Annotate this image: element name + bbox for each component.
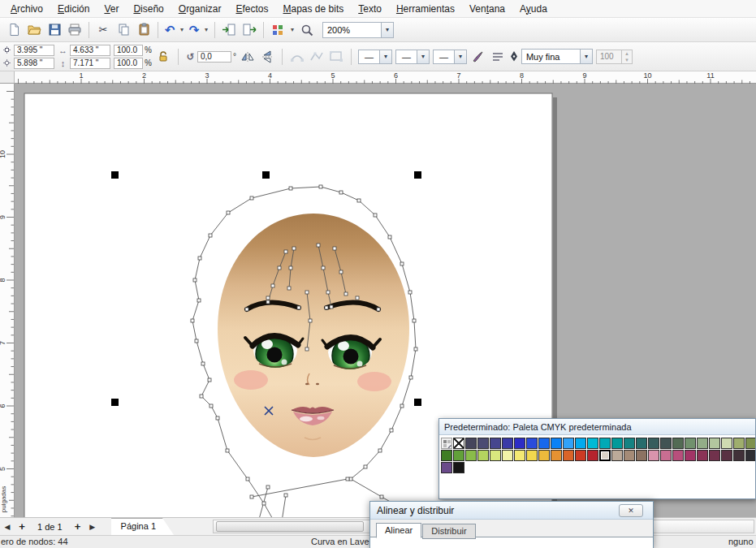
new-document-button[interactable] — [4, 20, 24, 40]
curve-node[interactable] — [333, 247, 336, 250]
redo-button[interactable]: ↷ — [187, 20, 201, 40]
curve-node[interactable] — [289, 187, 292, 190]
flip-horizontal-button[interactable] — [240, 49, 256, 65]
color-swatch[interactable] — [477, 450, 489, 461]
color-swatch[interactable] — [490, 438, 501, 449]
color-swatch[interactable] — [697, 450, 708, 461]
chevron-down-icon[interactable]: ▾ — [454, 50, 466, 63]
curve-node[interactable] — [198, 257, 201, 260]
print-button[interactable] — [65, 20, 84, 40]
selection-handle[interactable] — [262, 171, 270, 179]
menu-mapas-de-bits[interactable]: Mapas de bits — [276, 1, 352, 17]
color-swatch[interactable] — [685, 438, 696, 449]
curve-node[interactable] — [201, 362, 205, 365]
color-swatch[interactable] — [587, 450, 598, 461]
horizontal-ruler[interactable]: 1234567891011 — [15, 71, 756, 84]
curve-node[interactable] — [377, 308, 380, 311]
color-swatch[interactable] — [551, 438, 562, 449]
chevron-down-icon[interactable]: ▾ — [379, 50, 391, 63]
curve-node[interactable] — [278, 266, 281, 270]
menu-ventana[interactable]: Ventana — [462, 1, 512, 17]
color-swatch[interactable] — [636, 438, 647, 449]
curve-node[interactable] — [191, 319, 194, 322]
dialog-close-button[interactable]: ✕ — [619, 504, 643, 517]
tab-alinear[interactable]: Alinear — [376, 523, 421, 538]
flip-vertical-button[interactable] — [259, 49, 275, 65]
scale-x-field[interactable]: 100.0 — [114, 45, 143, 56]
scale-y-field[interactable]: 100.0 — [114, 58, 143, 69]
scrollbar-thumb[interactable] — [216, 521, 364, 532]
open-document-button[interactable] — [24, 20, 44, 40]
color-swatch[interactable] — [745, 450, 755, 461]
palette-title[interactable]: Predeterminado: Paleta CMYK predetermina… — [439, 419, 755, 435]
zoom-level-combo[interactable]: 200% ▾ — [322, 22, 394, 38]
color-swatch[interactable] — [611, 438, 623, 449]
color-swatch[interactable] — [599, 450, 611, 461]
spinner-down-icon[interactable]: ▼ — [622, 57, 632, 63]
curve-node[interactable] — [339, 191, 343, 194]
launcher-dropdown-arrow[interactable]: ▾ — [288, 26, 296, 33]
chevron-down-icon[interactable]: ▾ — [417, 50, 429, 63]
curve-node[interactable] — [378, 449, 382, 452]
selection-handle[interactable] — [414, 399, 421, 406]
curve-node[interactable] — [330, 305, 333, 309]
color-swatch[interactable] — [624, 450, 635, 461]
selection-handle[interactable] — [111, 171, 119, 179]
curve-node[interactable] — [266, 485, 270, 489]
selection-handle[interactable] — [111, 399, 119, 406]
undo-button[interactable]: ↶ — [162, 20, 177, 40]
color-swatch[interactable] — [697, 438, 708, 449]
curve-node[interactable] — [325, 306, 328, 309]
import-button[interactable] — [219, 20, 239, 40]
curve-node[interactable] — [250, 196, 253, 200]
outline-width-combo[interactable]: Muy fina ▾ — [521, 49, 593, 64]
node-edit-button[interactable] — [289, 49, 305, 65]
curve-node[interactable] — [227, 211, 230, 214]
color-swatch[interactable] — [575, 450, 586, 461]
menu-ayuda[interactable]: Ayuda — [512, 1, 555, 17]
value-spinner[interactable]: 100 ▲▼ — [596, 50, 633, 64]
vertical-ruler[interactable]: 1098765pulgadas — [0, 84, 15, 517]
color-swatch[interactable] — [709, 438, 720, 449]
curve-node[interactable] — [245, 308, 248, 311]
paste-button[interactable] — [134, 20, 153, 40]
curve-node[interactable] — [409, 376, 413, 379]
color-swatch[interactable] — [745, 438, 755, 449]
curve-node[interactable] — [349, 477, 352, 481]
color-swatch[interactable] — [599, 438, 611, 449]
export-button[interactable] — [240, 20, 259, 40]
curve-node[interactable] — [390, 429, 393, 432]
curve-node[interactable] — [209, 234, 212, 237]
curve-node[interactable] — [200, 395, 203, 398]
curve-node[interactable] — [346, 477, 349, 481]
color-swatch[interactable] — [721, 450, 732, 461]
add-page-before-button[interactable]: + — [15, 520, 29, 534]
curve-node[interactable] — [197, 299, 201, 302]
curve-node[interactable] — [322, 266, 325, 270]
tab-distribuir[interactable]: Distribuir — [422, 524, 475, 539]
close-curve-button[interactable] — [328, 49, 344, 65]
curve-node[interactable] — [344, 292, 348, 296]
first-page-button[interactable]: ◀ — [0, 520, 15, 534]
color-swatch[interactable] — [490, 450, 501, 461]
curve-node[interactable] — [193, 278, 197, 282]
chevron-down-icon[interactable]: ▾ — [580, 50, 592, 63]
color-swatch[interactable] — [648, 450, 659, 461]
curve-node[interactable] — [317, 244, 320, 247]
color-swatch[interactable] — [685, 450, 696, 461]
color-swatch[interactable] — [648, 438, 659, 449]
curve-node[interactable] — [208, 378, 211, 382]
color-swatch[interactable] — [660, 450, 672, 461]
dialog-title[interactable]: Alinear y distribuir — [370, 502, 653, 520]
menu-texto[interactable]: Texto — [351, 1, 389, 17]
curve-node[interactable] — [226, 449, 229, 452]
color-swatch[interactable] — [672, 438, 684, 449]
curve-node[interactable] — [380, 495, 383, 498]
curve-node[interactable] — [266, 296, 270, 300]
curve-node[interactable] — [414, 347, 417, 351]
curve-node[interactable] — [284, 494, 287, 497]
color-swatch[interactable] — [709, 450, 720, 461]
color-swatch[interactable] — [538, 450, 550, 461]
curve-node[interactable] — [400, 404, 404, 408]
palette-options-icon[interactable] — [441, 438, 452, 449]
